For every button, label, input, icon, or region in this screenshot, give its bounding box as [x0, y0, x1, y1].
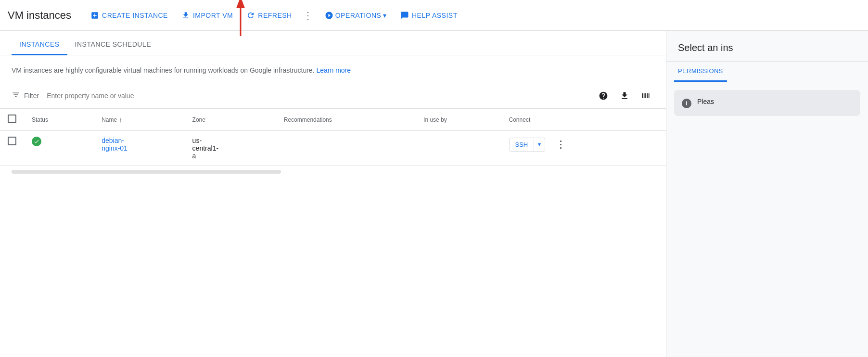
name-sort-control[interactable]: Name ↑ — [102, 116, 177, 124]
import-icon — [181, 11, 190, 20]
connect-cell-container: SSH ▾ ⋮ — [509, 137, 658, 152]
recommendations-cell — [276, 131, 416, 166]
recommendations-column-header: Recommendations — [276, 109, 416, 131]
learn-more-link[interactable]: Learn more — [316, 66, 351, 74]
create-instance-label: CREATE INSTANCE — [102, 12, 168, 19]
row-checkbox-cell[interactable] — [0, 131, 24, 166]
filter-icon — [12, 90, 20, 101]
status-running-icon — [32, 137, 41, 146]
permissions-tab[interactable]: PERMISSIONS — [674, 62, 727, 82]
row-more-icon: ⋮ — [556, 139, 566, 150]
zone-cell: us-central1-a — [185, 131, 276, 166]
toolbar: VM instances CREATE INSTANCE IMPORT VM R… — [0, 0, 868, 31]
refresh-button[interactable]: REFRESH — [241, 7, 297, 24]
refresh-icon — [246, 11, 255, 20]
right-panel-content: i Pleas — [666, 82, 868, 357]
info-card: i Pleas — [674, 90, 860, 116]
import-vm-label: IMPORT VM — [193, 12, 233, 19]
status-cell — [24, 131, 94, 166]
select-all-header[interactable] — [0, 109, 24, 131]
tab-instance-schedule[interactable]: INSTANCE SCHEDULE — [67, 35, 159, 55]
right-panel-title: Select an ins — [666, 31, 868, 62]
ssh-button[interactable]: SSH — [509, 138, 535, 152]
in-use-by-cell — [416, 131, 501, 166]
table-header-row: Status Name ↑ Zone Recommendations — [0, 109, 666, 131]
columns-button[interactable] — [637, 87, 654, 104]
operations-chevron-icon: ▾ — [383, 12, 387, 19]
tabs-container: INSTANCES INSTANCE SCHEDULE — [0, 35, 666, 55]
filter-actions — [595, 87, 654, 104]
download-button[interactable] — [616, 87, 633, 104]
more-vert-icon: ⋮ — [303, 10, 313, 21]
ssh-dropdown-button[interactable]: ▾ — [534, 138, 545, 152]
select-all-checkbox[interactable] — [8, 115, 16, 123]
operations-icon — [325, 11, 333, 20]
right-panel: Select an ins PERMISSIONS i Pleas — [666, 31, 868, 357]
operations-label: OPERATIONS — [335, 12, 382, 19]
help-assist-icon — [400, 11, 409, 20]
sort-arrow-icon: ↑ — [119, 116, 122, 124]
tab-instances[interactable]: INSTANCES — [12, 35, 67, 55]
filter-label[interactable]: Filter — [24, 92, 39, 100]
filter-input[interactable] — [43, 90, 591, 102]
operations-button[interactable]: OPERATIONS ▾ — [319, 7, 393, 24]
in-use-by-column-header: In use by — [416, 109, 501, 131]
refresh-label: REFRESH — [258, 12, 292, 19]
name-cell: debian-nginx-01 — [94, 131, 184, 166]
info-card-text: Pleas — [697, 98, 714, 105]
ssh-button-group: SSH ▾ — [509, 138, 546, 152]
scrollbar-area — [0, 166, 666, 174]
help-assist-button[interactable]: HELP ASSIST — [395, 7, 463, 24]
instance-name-link[interactable]: debian-nginx-01 — [102, 137, 128, 152]
zone-value: us-central1-a — [192, 137, 218, 160]
connect-cell: SSH ▾ ⋮ — [501, 131, 666, 166]
page-title: VM instances — [8, 9, 71, 22]
right-panel-tabs: PERMISSIONS — [666, 62, 868, 82]
table-row: debian-nginx-01 us-central1-a SSH ▾ — [0, 131, 666, 166]
more-options-button[interactable]: ⋮ — [300, 7, 317, 24]
main-layout: INSTANCES INSTANCE SCHEDULE VM instances… — [0, 31, 868, 357]
help-filter-button[interactable] — [595, 87, 612, 104]
content-area: INSTANCES INSTANCE SCHEDULE VM instances… — [0, 31, 666, 357]
info-icon: i — [682, 99, 691, 108]
help-assist-label: HELP ASSIST — [412, 12, 458, 19]
name-column-header[interactable]: Name ↑ — [94, 109, 184, 131]
instances-table: Status Name ↑ Zone Recommendations — [0, 109, 666, 166]
import-vm-button[interactable]: IMPORT VM — [176, 7, 239, 24]
row-more-menu-button[interactable]: ⋮ — [553, 137, 568, 152]
status-column-header: Status — [24, 109, 94, 131]
create-icon — [90, 11, 99, 20]
description-body: VM instances are highly configurable vir… — [12, 66, 315, 74]
create-instance-button[interactable]: CREATE INSTANCE — [85, 7, 174, 24]
filter-bar: Filter — [0, 83, 666, 109]
description-text: VM instances are highly configurable vir… — [0, 55, 433, 83]
horizontal-scrollbar[interactable] — [12, 170, 281, 174]
row-checkbox[interactable] — [8, 137, 16, 145]
zone-column-header: Zone — [185, 109, 276, 131]
connect-column-header: Connect — [501, 109, 666, 131]
